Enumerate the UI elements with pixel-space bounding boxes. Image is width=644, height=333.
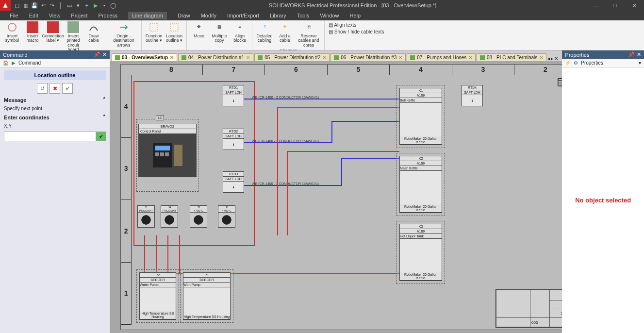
maximize-button[interactable]: □ xyxy=(605,0,625,11)
qat-arrow-icon[interactable]: ▶ xyxy=(92,2,99,9)
panel-close-icon[interactable]: ✕ xyxy=(637,51,641,58)
tab-close-icon[interactable]: ✕ xyxy=(468,55,472,60)
menu-process[interactable]: Process xyxy=(99,13,118,18)
tab-close-icon[interactable]: ✕ xyxy=(322,55,326,60)
tab-close-icon[interactable]: ✕ xyxy=(170,55,174,60)
document-tabs: 03 - Overview/Setup✕ 04 - Power Distribu… xyxy=(110,50,562,61)
menu-draw[interactable]: Draw xyxy=(178,13,190,18)
tab-close-icon[interactable]: ✕ xyxy=(539,55,543,60)
switch-j5[interactable]: J54700-C xyxy=(190,205,207,228)
insert-macro-button[interactable]: Insert macro xyxy=(23,21,42,52)
detailed-cabling-button[interactable]: ⎍Detailed cabling xyxy=(255,21,274,48)
multiple-copy-button[interactable]: ▦Multiple copy xyxy=(210,21,229,43)
properties-panel: Properties 📌✕ ⚡ ⚙ Properties ▾ No object… xyxy=(562,50,644,333)
tab-list-icon[interactable]: ✕ xyxy=(554,56,558,61)
qat-redo-icon[interactable]: ↷ xyxy=(49,2,55,9)
coord-input[interactable] xyxy=(4,132,96,141)
minimize-button[interactable]: ― xyxy=(586,0,605,11)
switch-j1[interactable]: J1PNUEMAT xyxy=(137,205,155,228)
panel-close-icon[interactable]: ✕ xyxy=(102,51,107,58)
kettle-k3[interactable]: K3A109Hot Liquor TankRoboMaker 20 Gallon… xyxy=(399,224,442,281)
qat-dot-icon[interactable]: • xyxy=(101,2,108,9)
pin-icon[interactable]: 📌 xyxy=(628,51,635,58)
task-ok-button[interactable]: ✔ xyxy=(62,83,73,94)
quick-access-toolbar: ▢ ▥ 💾 ↶ ↷ │ ▭ ▾ + ▶ • ◯ xyxy=(11,2,119,9)
menu-view[interactable]: View xyxy=(49,13,61,18)
function-outline-button[interactable]: Function outline ▾ xyxy=(145,21,163,43)
svg-rect-7 xyxy=(165,152,169,156)
menu-edit[interactable]: Edit xyxy=(29,13,38,18)
sheet-icon xyxy=(334,55,339,60)
rtd3[interactable]: RTD3SAFT LDH🌡 xyxy=(223,171,244,193)
reserve-cables-button[interactable]: ⎘Reserve cables and cores xyxy=(296,21,321,48)
qat-circle-icon[interactable]: ◯ xyxy=(110,2,116,9)
menu-import-export[interactable]: Import/Export xyxy=(227,13,259,18)
tab-plc-terminals[interactable]: 08 - PLC and Terminals✕ xyxy=(477,53,546,61)
tab-pumps-hoses[interactable]: 07 - Pumps and Hoses✕ xyxy=(407,53,476,61)
menu-library[interactable]: Library xyxy=(270,13,286,18)
location-l1-tag: L1 xyxy=(156,115,164,120)
menu-window[interactable]: Window xyxy=(320,13,339,18)
tab-prev-icon[interactable]: ◂ xyxy=(547,56,550,61)
rtd1[interactable]: RTD1SAFT LDH🌡 xyxy=(223,85,244,106)
menu-line-diagram[interactable]: Line diagram xyxy=(128,12,167,19)
qat-open-icon[interactable]: ▥ xyxy=(22,2,29,9)
no-object-selected-label: No object selected xyxy=(575,197,631,204)
coord-ok-button[interactable]: ✔ xyxy=(96,132,106,141)
qat-print-icon[interactable]: ▭ xyxy=(66,2,73,9)
tab-overview-setup[interactable]: 03 - Overview/Setup✕ xyxy=(112,53,177,61)
pump-p1[interactable]: P1BERGERWort PumpHigh Temperature SS Hou… xyxy=(183,272,231,320)
switch-j4[interactable]: J4PNUEMAT xyxy=(161,205,178,228)
tab-power-dist-3[interactable]: 06 - Power Distribution #3✕ xyxy=(330,53,406,61)
close-button[interactable]: ✕ xyxy=(625,0,644,11)
connection-label-button[interactable]: Connection label ▾ xyxy=(44,21,62,52)
qat-undo-icon[interactable]: ↶ xyxy=(40,2,47,9)
menu-project[interactable]: Project xyxy=(71,13,87,18)
origin-destination-button[interactable]: Origin - destination arrows xyxy=(109,21,138,48)
collapse-icon[interactable]: ˄ xyxy=(103,114,106,120)
tab-close-icon[interactable]: ✕ xyxy=(398,55,402,60)
qat-save-icon[interactable]: 💾 xyxy=(31,2,38,9)
menu-file[interactable]: File xyxy=(10,13,18,18)
dropdown-icon[interactable]: ▾ xyxy=(639,60,641,66)
tab-power-dist-1[interactable]: 04 - Power Distribution #1✕ xyxy=(178,53,253,61)
collapse-icon[interactable]: ˄ xyxy=(103,97,106,103)
task-cancel-button[interactable]: ✖ xyxy=(50,83,60,94)
menu-help[interactable]: Help xyxy=(350,13,361,18)
insert-pcb-button[interactable]: Insert printed circuit board xyxy=(64,21,83,52)
rtd2[interactable]: RTD2SAFT LDH🌡 xyxy=(223,129,244,150)
tab-next-icon[interactable]: ▸ xyxy=(551,56,553,61)
switch-j6[interactable]: J64700-C xyxy=(218,205,235,228)
add-cable-button[interactable]: ✚Add a cable xyxy=(276,21,294,48)
command-breadcrumb[interactable]: 🏠 ▶ Command xyxy=(0,59,110,67)
tab-power-dist-2[interactable]: 05 - Power Distribution #2✕ xyxy=(254,53,330,61)
tab-close-icon[interactable]: ✕ xyxy=(246,55,250,60)
kettle-k1[interactable]: K1A109Boil KettleRoboMaker 20 Gallon Ket… xyxy=(399,88,442,145)
insert-symbol-button[interactable]: Insert symbol xyxy=(3,21,21,52)
pump-p2[interactable]: P2BERGERWater PumpHigh Temperature SS Ho… xyxy=(139,272,176,320)
align-blocks-button[interactable]: ≡Align blocks xyxy=(231,21,249,43)
move-button[interactable]: ✥Move xyxy=(190,21,208,43)
pin-icon[interactable]: 📌 xyxy=(94,51,100,58)
properties-tab[interactable]: ⚡ ⚙ Properties ▾ xyxy=(562,59,644,67)
qat-plus-icon[interactable]: + xyxy=(83,2,90,9)
menu-tools[interactable]: Tools xyxy=(297,13,310,18)
qat-more-icon[interactable]: ▾ xyxy=(75,2,82,9)
draw-cable-button[interactable]: Draw cable xyxy=(84,21,103,52)
coord-label: X,Y xyxy=(4,123,106,129)
qat-new-icon[interactable]: ▢ xyxy=(14,2,20,9)
kettle-k2[interactable]: K2A109Mash KettleRoboMaker 20 Gallon Ket… xyxy=(399,156,442,213)
location-outline-button[interactable]: Location outline ▾ xyxy=(165,21,183,43)
home-icon: 🏠 xyxy=(3,60,9,66)
sheet-icon xyxy=(480,55,485,60)
menu-modify[interactable]: Modify xyxy=(201,13,216,18)
app-icon xyxy=(0,0,11,11)
show-hide-cable-texts-button[interactable]: ▤ Show / hide cable texts xyxy=(329,29,384,34)
rtd4[interactable]: RTD4SAFT LDH🌡 xyxy=(462,85,483,106)
control-panel-component[interactable]: BRAVOS Control Panel xyxy=(138,124,197,177)
canvas[interactable]: 8 7 6 5 4 3 2 1 4 3 2 1 xyxy=(110,61,562,333)
coord-section-header: Enter coordinates˄ xyxy=(4,114,106,120)
title-block: SOLIDWORKS Electrical Using Locations in… xyxy=(495,289,562,328)
align-texts-button[interactable]: ▤ Align texts xyxy=(329,22,384,28)
task-undo-button[interactable]: ↺ xyxy=(37,83,48,94)
